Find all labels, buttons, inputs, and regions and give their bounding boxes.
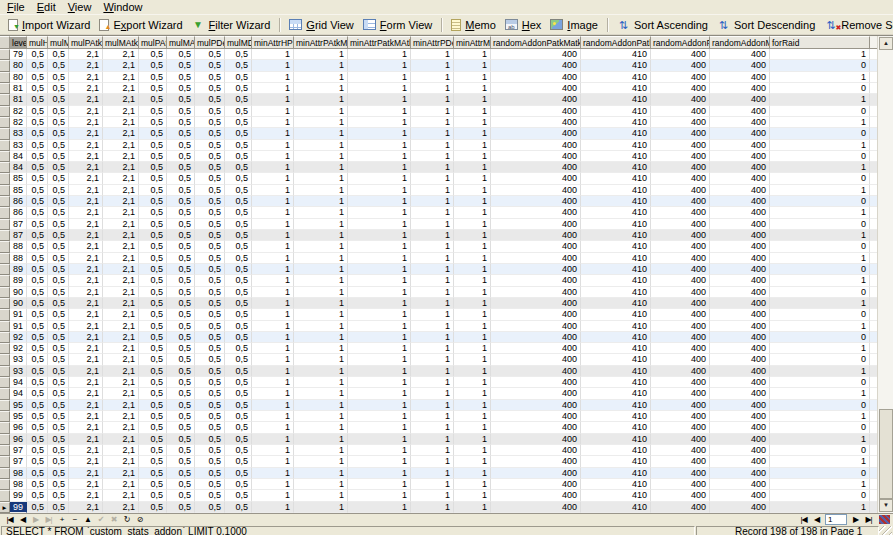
cell-minAttrPDef[interactable]: 1 [411, 219, 454, 230]
cell-forRaid[interactable]: 1 [770, 298, 870, 309]
cell-mulMDef[interactable]: 0,5 [225, 151, 252, 162]
cell-minAttrMDef[interactable]: 1 [454, 60, 491, 71]
cell-mulMAtkSpd[interactable]: 2,1 [103, 219, 139, 230]
cell-mulMAtk[interactable]: 0,5 [167, 456, 195, 467]
cell-minAttrPDef[interactable]: 1 [411, 275, 454, 286]
cell-mulPDef[interactable]: 0,5 [195, 479, 225, 490]
cell-forRaid[interactable]: 0 [770, 490, 870, 501]
cell-mulPAtk[interactable]: 0,5 [139, 151, 167, 162]
cell-randomAddonPatkMatkSpd[interactable]: 400 [491, 185, 581, 196]
cell-minAttrPAtkMAtk[interactable]: 1 [294, 60, 348, 71]
row-gutter-cell[interactable] [0, 377, 10, 388]
cell-randomAddonPdef[interactable]: 400 [651, 128, 710, 139]
cell-minAttrPDef[interactable]: 1 [411, 241, 454, 252]
cell-mulPAtk[interactable]: 0,5 [139, 456, 167, 467]
cell-forRaid[interactable]: 1 [770, 411, 870, 422]
cell-minAttrMDef[interactable]: 1 [454, 309, 491, 320]
cell-minAttrPAtkMAtk[interactable]: 1 [294, 456, 348, 467]
cell-randomAddonPdef[interactable]: 400 [651, 321, 710, 332]
cell-minAttrHPMP[interactable]: 1 [252, 468, 294, 479]
cell-mulPDef[interactable]: 0,5 [195, 400, 225, 411]
cell-mulMP[interactable]: 0,5 [48, 321, 69, 332]
cell-mulMP[interactable]: 0,5 [48, 411, 69, 422]
cell-mulPAtkSpd[interactable]: 2,1 [69, 151, 103, 162]
cell-minAttrMDef[interactable]: 1 [454, 287, 491, 298]
cell-minAttrPAtkMAtk[interactable]: 1 [294, 117, 348, 128]
cell-mulMAtkSpd[interactable]: 2,1 [103, 94, 139, 105]
cell-minAttrPDef[interactable]: 1 [411, 60, 454, 71]
cell-randomAddonPatkMatkSpd[interactable]: 400 [491, 502, 581, 513]
hex-button[interactable]: Hex [501, 18, 546, 32]
cell-mulMP[interactable]: 0,5 [48, 117, 69, 128]
cell-randomAddonPatkMAtk[interactable]: 410 [581, 94, 651, 105]
cell-minAttrPDef[interactable]: 1 [411, 445, 454, 456]
cell-mulMAtkSpd[interactable]: 2,1 [103, 196, 139, 207]
cell-minAttrPAtkMAtk[interactable]: 1 [294, 321, 348, 332]
cell-mulMDef[interactable]: 0,5 [225, 83, 252, 94]
cell-randomAddonPatkMatkSpd[interactable]: 400 [491, 400, 581, 411]
cell-minAttrMDef[interactable]: 1 [454, 479, 491, 490]
cell-mulHP[interactable]: 0,5 [27, 468, 48, 479]
cell-forRaid[interactable]: 1 [770, 72, 870, 83]
cell-randomAddonPdef[interactable]: 400 [651, 151, 710, 162]
cell-minAttrPAtkMAtk[interactable]: 1 [294, 219, 348, 230]
cell-mulPAtkSpd[interactable]: 2,1 [69, 72, 103, 83]
cell-randomAddonPatkMatkSpd[interactable]: 400 [491, 298, 581, 309]
cell-minAttrPDef[interactable]: 1 [411, 343, 454, 354]
cell-randomAddonMdef[interactable]: 400 [710, 162, 770, 173]
cell-mulPAtkSpd[interactable]: 2,1 [69, 219, 103, 230]
cell-randomAddonPatkMatkSpd[interactable]: 400 [491, 60, 581, 71]
cell-level[interactable]: 82 [10, 106, 27, 117]
cell-mulMDef[interactable]: 0,5 [225, 388, 252, 399]
cell-mulMP[interactable]: 0,5 [48, 445, 69, 456]
cell-level[interactable]: 91 [10, 321, 27, 332]
cell-minAttrMDef[interactable]: 1 [454, 343, 491, 354]
cell-mulMAtk[interactable]: 0,5 [167, 275, 195, 286]
cell-mulMP[interactable]: 0,5 [48, 354, 69, 365]
cell-minAttrHPMP[interactable]: 1 [252, 241, 294, 252]
cell-mulMP[interactable]: 0,5 [48, 230, 69, 241]
cell-randomAddonMdef[interactable]: 400 [710, 445, 770, 456]
cell-randomAddonPatkMAtk[interactable]: 410 [581, 275, 651, 286]
cell-randomAddonPdef[interactable]: 400 [651, 207, 710, 218]
cell-mulPDef[interactable]: 0,5 [195, 456, 225, 467]
cell-mulMDef[interactable]: 0,5 [225, 366, 252, 377]
cell-mulMAtkSpd[interactable]: 2,1 [103, 366, 139, 377]
cell-randomAddonMdef[interactable]: 400 [710, 468, 770, 479]
cell-forRaid[interactable]: 0 [770, 196, 870, 207]
cell-forRaid[interactable]: 1 [770, 185, 870, 196]
cell-level[interactable]: 99 [10, 490, 27, 501]
cell-mulMP[interactable]: 0,5 [48, 162, 69, 173]
cell-minAttrPDef[interactable]: 1 [411, 479, 454, 490]
cell-mulPDef[interactable]: 0,5 [195, 106, 225, 117]
cell-mulPAtk[interactable]: 0,5 [139, 400, 167, 411]
insert-record-button[interactable]: + [55, 515, 68, 525]
cell-mulPAtkSpd[interactable]: 2,1 [69, 366, 103, 377]
row-gutter-cell[interactable] [0, 343, 10, 354]
cell-minAttrHPMP[interactable]: 1 [252, 106, 294, 117]
cell-minAttrPatkMAtkSpd[interactable]: 1 [348, 275, 411, 286]
cell-mulMDef[interactable]: 0,5 [225, 275, 252, 286]
row-gutter-cell[interactable] [0, 468, 10, 479]
cell-mulMP[interactable]: 0,5 [48, 94, 69, 105]
cell-mulPAtkSpd[interactable]: 2,1 [69, 241, 103, 252]
row-gutter-cell[interactable] [0, 207, 10, 218]
cell-mulMP[interactable]: 0,5 [48, 173, 69, 184]
cell-mulMDef[interactable]: 0,5 [225, 185, 252, 196]
cell-minAttrMDef[interactable]: 1 [454, 117, 491, 128]
cell-mulMAtk[interactable]: 0,5 [167, 354, 195, 365]
cell-minAttrHPMP[interactable]: 1 [252, 354, 294, 365]
cell-mulHP[interactable]: 0,5 [27, 83, 48, 94]
cell-level[interactable]: 88 [10, 241, 27, 252]
next-page-button[interactable]: ▶ [849, 515, 862, 525]
cell-mulMAtkSpd[interactable]: 2,1 [103, 309, 139, 320]
cell-randomAddonMdef[interactable]: 400 [710, 456, 770, 467]
cell-minAttrHPMP[interactable]: 1 [252, 321, 294, 332]
row-gutter-cell[interactable] [0, 366, 10, 377]
cell-randomAddonMdef[interactable]: 400 [710, 219, 770, 230]
cell-mulMP[interactable]: 0,5 [48, 366, 69, 377]
cell-randomAddonMdef[interactable]: 400 [710, 207, 770, 218]
cell-mulMAtkSpd[interactable]: 2,1 [103, 400, 139, 411]
cell-minAttrHPMP[interactable]: 1 [252, 298, 294, 309]
cell-mulPAtkSpd[interactable]: 2,1 [69, 253, 103, 264]
